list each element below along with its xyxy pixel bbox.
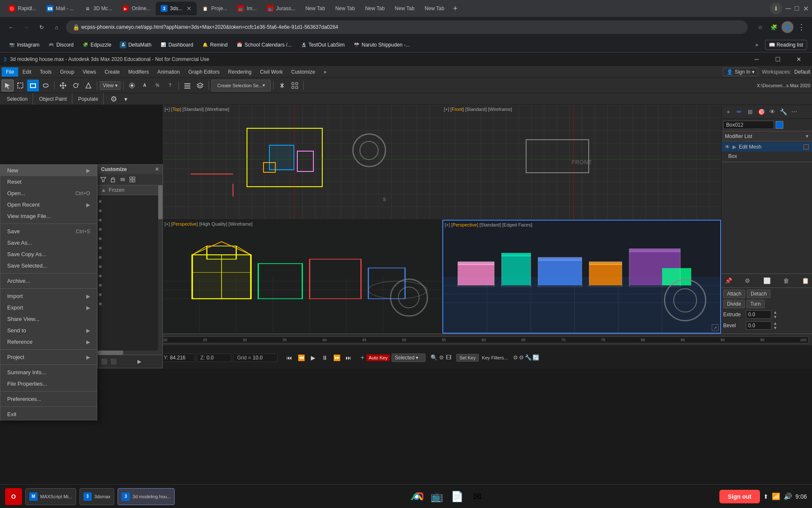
- track-icon[interactable]: 🎞: [446, 354, 451, 361]
- customize-link-btn[interactable]: [118, 175, 127, 184]
- bookmark-instagram[interactable]: 📷 Instagram: [5, 40, 43, 50]
- scrollbar-horizontal[interactable]: [98, 351, 158, 355]
- scene-item-11[interactable]: ✶: [98, 290, 162, 299]
- modifier-list-dropdown[interactable]: ▾: [806, 133, 809, 139]
- mirror-btn[interactable]: [276, 80, 288, 91]
- tab-proj[interactable]: 📋 Proje...: [197, 2, 232, 15]
- selected-dropdown[interactable]: Selected ▾: [392, 353, 425, 362]
- pin-modifier-btn[interactable]: 📌: [723, 276, 733, 286]
- expand-icon-taskbar[interactable]: ⬆: [763, 493, 768, 500]
- scene-item-3[interactable]: ✶: [98, 215, 162, 225]
- play-btn[interactable]: ▶: [308, 353, 318, 363]
- file-menu-new[interactable]: New ▶: [0, 165, 97, 176]
- bookmark-dashboard[interactable]: 📊 Dashboard: [156, 40, 197, 50]
- spinner-snap-btn[interactable]: ?: [164, 80, 176, 91]
- tab-close-3ds[interactable]: ✕: [187, 5, 192, 12]
- search-icon[interactable]: 🔍: [431, 354, 437, 361]
- bookmark-btn[interactable]: ☆: [754, 21, 766, 33]
- align-btn[interactable]: [181, 80, 193, 91]
- move-tool-btn[interactable]: [57, 80, 69, 91]
- file-menu-reset[interactable]: Reset: [0, 176, 97, 188]
- customize-filter-btn[interactable]: [99, 175, 108, 184]
- tab-im[interactable]: 📺 Im...: [232, 2, 261, 15]
- scene-item-4[interactable]: ✶: [98, 225, 162, 234]
- config-modifier-btn[interactable]: ⚙: [743, 276, 753, 286]
- rotate-tool-btn[interactable]: [70, 80, 82, 91]
- gmail-taskbar-icon[interactable]: ✉: [469, 488, 486, 505]
- network-icon[interactable]: 📶: [772, 492, 780, 500]
- go-end-btn[interactable]: ⏭: [343, 353, 354, 363]
- tab-jurass[interactable]: 📺 Jurass...: [262, 2, 300, 15]
- 3dsmax-taskbar-app[interactable]: 3 3dsmax: [80, 488, 115, 505]
- menu-civil-work[interactable]: Civil Work: [256, 67, 287, 77]
- tab-nt5[interactable]: New Tab: [420, 2, 449, 15]
- tab-3ds[interactable]: 3 3ds... ✕: [156, 2, 197, 15]
- file-menu-summary[interactable]: Summary Info...: [0, 367, 97, 378]
- extrude-spinner[interactable]: ▲▼: [773, 310, 777, 319]
- sign-out-btn[interactable]: Sign out: [719, 490, 760, 503]
- bookmark-remind[interactable]: 🔔 Remind: [198, 40, 231, 50]
- file-menu-send-to[interactable]: Send to ▶: [0, 325, 97, 336]
- forward-button[interactable]: →: [20, 21, 32, 33]
- select-rect-btn[interactable]: [27, 80, 39, 91]
- ctrl2-icon[interactable]: ⚙: [519, 354, 524, 361]
- eye-icon[interactable]: 👁: [725, 144, 730, 150]
- viewport-persp1[interactable]: [+] [Perspective] [High Quality] [Wirefr…: [163, 220, 442, 334]
- chrome-taskbar-icon[interactable]: [408, 488, 425, 505]
- prev-frame-btn[interactable]: ⏪: [296, 353, 306, 363]
- menu-modifiers[interactable]: Modifiers: [124, 67, 153, 77]
- expand-btn-2[interactable]: ⬛: [109, 357, 118, 366]
- back-button[interactable]: ←: [5, 21, 17, 33]
- pause-btn[interactable]: ⏸: [320, 353, 330, 363]
- tab-rapidl[interactable]: 🔴 Rapidl...: [3, 2, 41, 15]
- file-menu-share-view[interactable]: Share View...: [0, 313, 97, 325]
- expand-stack-btn[interactable]: ⬜: [762, 276, 772, 286]
- scene-item-10[interactable]: ✶: [98, 281, 162, 290]
- ctrl3-icon[interactable]: 🔧: [525, 354, 532, 361]
- profile-btn[interactable]: 👤: [782, 21, 793, 33]
- key-filters-btn[interactable]: Key Filters...: [482, 355, 508, 360]
- hierarchy-icon-btn[interactable]: ⊞: [745, 107, 755, 117]
- scroll-right-btn[interactable]: ▶: [135, 357, 144, 366]
- toolbar2-extra-btn[interactable]: ⚙: [108, 93, 120, 105]
- scene-item-7[interactable]: ✶: [98, 253, 162, 262]
- menu-graph-editors[interactable]: Graph Editors: [184, 67, 224, 77]
- object-color-swatch[interactable]: [776, 121, 783, 129]
- select-tool-btn[interactable]: [2, 80, 14, 91]
- menu-create[interactable]: Create: [100, 67, 124, 77]
- snaps-toggle-btn[interactable]: [126, 80, 138, 91]
- toolbar2-selection[interactable]: Selection: [2, 93, 33, 105]
- file-menu-archive[interactable]: Archive...: [0, 275, 97, 287]
- menu-tools[interactable]: Tools: [36, 67, 56, 77]
- toolbar2-object-paint[interactable]: Object Paint: [34, 93, 72, 105]
- named-sel-btn[interactable]: Create Selection Se...▾: [211, 80, 271, 91]
- file-menu-properties[interactable]: File Properties...: [0, 378, 97, 389]
- bookmark-discord[interactable]: 🎮 Discord: [44, 40, 77, 50]
- file-menu-import[interactable]: Import ▶: [0, 290, 97, 302]
- percent-snap-btn[interactable]: %: [151, 80, 163, 91]
- expand-btn-1[interactable]: ⬛: [99, 357, 109, 366]
- file-menu-save-as[interactable]: Save As...: [0, 237, 97, 248]
- file-menu-open[interactable]: Open... Ctrl+O: [0, 188, 97, 199]
- scene-item-1[interactable]: ✶: [98, 197, 162, 206]
- tab-nt1[interactable]: New Tab: [300, 2, 330, 15]
- file-menu-export[interactable]: Export ▶: [0, 302, 97, 313]
- scrollbar-thumb-h[interactable]: [98, 351, 123, 355]
- tab-nt2[interactable]: New Tab: [330, 2, 360, 15]
- scene-item-2[interactable]: ✶: [98, 206, 162, 215]
- maximize-btn[interactable]: ☐: [794, 5, 800, 12]
- scrollbar-thumb-v[interactable]: [158, 185, 162, 219]
- app-close-btn[interactable]: ✕: [789, 52, 809, 66]
- auto-key-btn[interactable]: Auto Key: [366, 354, 390, 361]
- extra-panel-btn[interactable]: ⋯: [789, 107, 799, 117]
- bookmark-edpuzzle[interactable]: 🧩 Edpuzzle: [79, 40, 115, 50]
- profile-icon[interactable]: ⬇: [770, 3, 782, 14]
- viewport-front[interactable]: [+] [Front] [Standard] [Wireframe] FRONT: [442, 105, 721, 219]
- attach-btn[interactable]: Attach: [723, 290, 745, 298]
- file-menu-exit[interactable]: Exit: [0, 409, 97, 420]
- toolbar2-populate[interactable]: Populate: [73, 93, 104, 105]
- layer-btn[interactable]: [194, 80, 206, 91]
- file-menu-save-copy[interactable]: Save Copy As...: [0, 248, 97, 260]
- view-dropdown[interactable]: View ▾: [100, 81, 121, 90]
- more-btn[interactable]: ⋮: [795, 21, 807, 33]
